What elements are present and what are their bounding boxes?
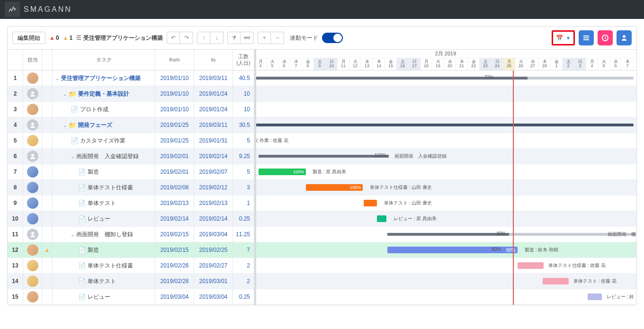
redo-button[interactable]: ↷	[180, 32, 193, 44]
task-name: 単体テスト仕様書	[88, 184, 133, 192]
expand-caret-icon[interactable]: ⌄	[63, 91, 67, 97]
task-cell[interactable]: ⌄📁開発フェーズ	[53, 117, 155, 133]
from-date[interactable]: 2019/02/08	[155, 180, 194, 196]
effort-cell[interactable]: 7	[233, 242, 254, 258]
task-cell[interactable]: 📄製造	[53, 242, 155, 258]
from-date[interactable]: 2019/02/15	[155, 242, 194, 258]
effort-cell[interactable]: 10	[233, 102, 254, 117]
task-cell[interactable]: 📄単体テスト仕様書	[53, 258, 155, 274]
gantt-bar[interactable]	[364, 200, 377, 206]
col-head-warn	[42, 50, 52, 71]
to-date[interactable]: 2019/03/11	[194, 117, 233, 133]
effort-cell[interactable]: 9.25	[233, 149, 254, 164]
bar-label: 単体テスト : 山田 康史	[384, 200, 432, 206]
effort-cell[interactable]: 5	[233, 164, 254, 180]
to-date[interactable]: 2019/02/27	[194, 258, 233, 274]
day-cell: 月4	[586, 58, 598, 70]
edit-start-button[interactable]: 編集開始	[12, 32, 45, 44]
gantt-bar[interactable]	[259, 155, 389, 158]
task-cell[interactable]: 📄製造	[53, 164, 155, 180]
effort-cell[interactable]: 5	[233, 133, 254, 149]
to-date[interactable]: 2019/02/14	[194, 211, 233, 227]
to-date[interactable]: 2019/03/04	[194, 289, 233, 305]
zoom-out-button[interactable]: −	[271, 32, 284, 44]
gantt-bar[interactable]	[377, 215, 386, 222]
from-date[interactable]: 2019/02/28	[155, 274, 194, 289]
to-date[interactable]: 2019/01/24	[194, 86, 233, 102]
effort-cell[interactable]: 1	[233, 196, 254, 211]
to-date[interactable]: 2019/01/24	[194, 102, 233, 117]
expand-caret-icon[interactable]: ⌄	[71, 154, 74, 159]
move-up-button[interactable]: ↑	[197, 32, 210, 44]
pane-resize-handle[interactable]	[255, 50, 256, 305]
from-date[interactable]: 2019/02/26	[155, 258, 194, 274]
filter-button[interactable]: ⧩	[227, 32, 241, 44]
from-date[interactable]: 2019/01/10	[155, 71, 194, 86]
from-date[interactable]: 2019/01/25	[155, 117, 194, 133]
effort-cell[interactable]: 3	[233, 180, 254, 196]
task-cell[interactable]: 📄単体テスト仕様書	[53, 180, 155, 196]
from-date[interactable]: 2019/02/14	[155, 211, 194, 227]
to-date[interactable]: 2019/03/01	[194, 274, 233, 289]
effort-cell[interactable]: 2	[233, 258, 254, 274]
alert-red: ▲ 0	[49, 35, 59, 41]
gantt-bar[interactable]	[543, 278, 569, 285]
task-name: レビュー	[88, 293, 110, 301]
to-date[interactable]: 2019/01/31	[194, 133, 233, 149]
to-date[interactable]: 2019/02/14	[194, 149, 233, 164]
task-cell[interactable]: ⌄画面開発 棚卸し登録	[53, 227, 155, 242]
to-date[interactable]: 2019/02/25	[194, 242, 233, 258]
effort-cell[interactable]: 10	[233, 86, 254, 102]
task-cell[interactable]: 📄カスタマイズ作業	[53, 133, 155, 149]
warning-icon: ▲	[45, 247, 50, 253]
gantt-bar[interactable]	[518, 262, 544, 269]
gantt-bar[interactable]	[255, 124, 634, 126]
from-date[interactable]: 2019/02/15	[155, 227, 194, 242]
expand-caret-icon[interactable]: ⌄	[55, 76, 59, 81]
task-cell[interactable]: 📄プロト作成	[53, 102, 155, 117]
expand-caret-icon[interactable]: ⌄	[71, 232, 74, 237]
gantt-bar[interactable]	[588, 293, 602, 300]
task-cell[interactable]: ⌄受注管理アプリケーション構築	[53, 71, 155, 86]
undo-button[interactable]: ↶	[167, 32, 180, 44]
move-down-button[interactable]: ↓	[210, 32, 224, 44]
from-date[interactable]: 2019/01/10	[155, 102, 194, 117]
to-date[interactable]: 2019/02/13	[194, 196, 233, 211]
effort-cell[interactable]: 0.25	[233, 211, 254, 227]
gantt-bar[interactable]	[387, 233, 636, 236]
clock-view-button[interactable]	[598, 30, 613, 45]
task-cell[interactable]: 📄レビュー	[53, 211, 155, 227]
from-date[interactable]: 2019/02/01	[155, 149, 194, 164]
calendar-dropdown-button[interactable]: 📅 ▼	[552, 30, 575, 45]
task-cell[interactable]: ⌄📁要件定義・基本設計	[53, 86, 155, 102]
task-cell[interactable]: 📄レビュー	[53, 289, 155, 305]
to-date[interactable]: 2019/02/12	[194, 180, 233, 196]
to-date[interactable]: 2019/03/04	[194, 227, 233, 242]
from-date[interactable]: 2019/03/04	[155, 289, 194, 305]
link-mode-toggle[interactable]	[322, 33, 343, 43]
glasses-button[interactable]: 👓	[241, 32, 254, 44]
effort-cell[interactable]: 40.5	[233, 71, 254, 86]
effort-cell[interactable]: 30.5	[233, 117, 254, 133]
gantt-bar[interactable]: 100%	[259, 169, 306, 175]
effort-cell[interactable]: 11.25	[233, 227, 254, 242]
from-date[interactable]: 2019/02/13	[155, 196, 194, 211]
task-cell[interactable]: 📄単体テスト	[53, 196, 155, 211]
from-date[interactable]: 2019/01/25	[155, 133, 194, 149]
effort-cell[interactable]: 0.25	[233, 289, 254, 305]
zoom-in-button[interactable]: +	[258, 32, 271, 44]
gantt-bar[interactable]	[255, 77, 634, 80]
from-date[interactable]: 2019/02/01	[155, 164, 194, 180]
from-date[interactable]: 2019/01/10	[155, 86, 194, 102]
expand-caret-icon[interactable]: ⌄	[63, 123, 67, 128]
to-date[interactable]: 2019/02/07	[194, 164, 233, 180]
to-date[interactable]: 2019/03/11	[194, 71, 233, 86]
gantt-bar[interactable]: 100%	[306, 184, 363, 191]
list-view-button[interactable]	[579, 30, 594, 45]
task-cell[interactable]: ⌄画面開発 入金確認登録	[53, 149, 155, 164]
file-icon: 📄	[78, 247, 86, 254]
effort-cell[interactable]: 2	[233, 274, 254, 289]
person-view-button[interactable]	[617, 30, 632, 45]
bar-label: く作業 : 佐藤 花	[255, 137, 288, 144]
task-cell[interactable]: 📄単体テスト	[53, 274, 155, 289]
